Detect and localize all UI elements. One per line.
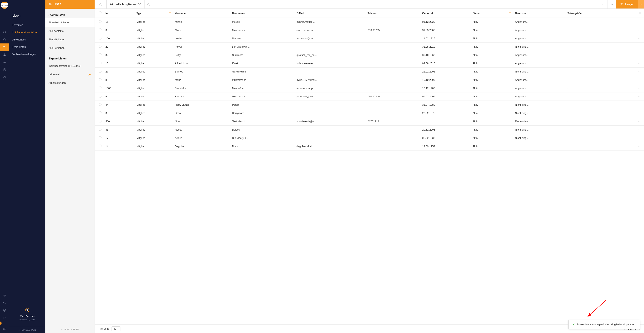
row-menu-button[interactable]: ⋯ (620, 126, 644, 134)
nav2-item[interactable]: keine mail((•)) (46, 70, 94, 79)
nav2-item[interactable]: Alle Personen (46, 44, 94, 52)
column-header[interactable]: Telefon (366, 9, 420, 18)
nav2-item[interactable]: Alle Kontakte (46, 27, 94, 35)
table-row[interactable]: 13MitgliedAlfred Jodo...Kwakbuhl.meinver… (95, 59, 644, 68)
more-button[interactable] (607, 0, 616, 9)
table-row[interactable]: 3MitgliedClaraMustermannclara.musterma..… (95, 26, 644, 34)
rail-dashboard-icon[interactable] (0, 29, 9, 36)
rail-members-icon[interactable] (0, 36, 9, 44)
table-row[interactable]: 32MitgliedBuffySummersquatsch_mit_so...-… (95, 51, 644, 59)
table-row[interactable]: 27MitgliedBarneyGeröllheimer--21.02.2006… (95, 68, 644, 76)
table-row[interactable]: 16MitgliedMinnieMouseminnie.mouse...-01.… (95, 18, 644, 26)
per-page-select[interactable]: 40 (112, 326, 120, 331)
table-row[interactable]: 29MitgliedFeivelder Mauswan...-31.05.201… (95, 43, 644, 51)
stats-button[interactable] (598, 0, 607, 9)
table-row[interactable]: 14MitgliedDagobertDuckdagobert.duck...-1… (95, 142, 644, 151)
row-menu-button[interactable]: ⋯ (620, 134, 644, 142)
select-all-radio[interactable] (99, 12, 102, 14)
row-menu-button[interactable]: ⋯ (620, 34, 644, 43)
rail-info-icon[interactable] (0, 306, 9, 314)
rail-finance-icon[interactable] (0, 59, 9, 66)
table-row[interactable]: 17MitgliedArielleDie Meerjun...--03.02.1… (95, 134, 644, 142)
row-menu-button[interactable]: ⋯ (620, 43, 644, 51)
table-row[interactable]: 500...MitgliedNoraTest Hieschnora.hiesch… (95, 117, 644, 126)
table-row[interactable]: 41MitgliedRockyBalboa--20.12.2006AktivNi… (95, 126, 644, 134)
nav2-collapse-button[interactable]: ‹‹ EINKLAPPEN (46, 326, 94, 333)
column-header[interactable]: Benutzer... (513, 9, 566, 18)
nav1-item[interactable]: Verbandsmeldungen (9, 51, 46, 58)
filter-icon[interactable]: ☰ (509, 12, 511, 15)
column-header[interactable]: Trikotgröße (566, 9, 620, 18)
row-select-radio[interactable] (99, 111, 102, 114)
filter-icon[interactable]: ☰ (168, 12, 171, 15)
nav2-item[interactable]: Arbeitsstunden (46, 79, 94, 87)
row-menu-button[interactable]: ⋯ (620, 109, 644, 117)
row-menu-button[interactable]: ⋯ (620, 142, 644, 151)
nav2-header[interactable]: LISTE (46, 0, 94, 9)
nav2-item[interactable]: Aktuelle Mitglieder (46, 18, 94, 27)
column-header[interactable]: Vorname (173, 9, 230, 18)
table-row[interactable]: 44MitgliedHarry JamesPotter-31.07.1980Ak… (95, 101, 644, 109)
row-select-radio[interactable] (99, 37, 102, 40)
row-select-radio[interactable] (99, 29, 102, 31)
row-select-radio[interactable] (99, 45, 102, 48)
search-main-button[interactable] (144, 0, 153, 9)
search-icon (147, 3, 150, 6)
row-menu-button[interactable]: ⋯ (620, 18, 644, 26)
row-select-radio[interactable] (99, 95, 102, 98)
column-header[interactable]: Nr. (104, 9, 135, 18)
row-select-radio[interactable] (99, 87, 102, 89)
rail-settings-icon[interactable] (0, 66, 9, 74)
row-select-radio[interactable] (99, 136, 102, 139)
row-menu-button[interactable]: ⋯ (620, 117, 644, 126)
rail-chat-icon[interactable] (0, 325, 9, 333)
table-row[interactable]: 39MitgliedDrewBarrymore-22.02.1975AktivN… (95, 109, 644, 117)
rail-logout-icon[interactable] (0, 314, 9, 321)
search-left-button[interactable] (95, 0, 106, 9)
nav2-item-label: Aktuelle Mitglieder (48, 21, 70, 24)
nav1-item[interactable]: Freie Listen (9, 44, 46, 51)
row-select-radio[interactable] (99, 62, 102, 64)
create-dropdown[interactable] (638, 0, 644, 9)
table-row[interactable]: 1003MitgliedFranziskaMusterfrauamockenha… (95, 84, 644, 92)
row-select-radio[interactable] (99, 53, 102, 56)
nav1-item[interactable]: Mitglieder & Kontakte (9, 29, 46, 36)
nav1-item[interactable]: Favoriten (9, 22, 46, 29)
rail-bell-icon[interactable] (0, 291, 9, 299)
column-header[interactable]: Typ☰ (135, 9, 173, 18)
table-row[interactable]: 100...MitgliedLeslieNielsenfschwartz@buh… (95, 34, 644, 43)
row-menu-button[interactable]: ⋯ (620, 59, 644, 68)
nav2-item[interactable]: Alle Mitglieder (46, 35, 94, 44)
column-header[interactable]: Geburtst... (420, 9, 471, 18)
table-container[interactable]: Nr.Typ☰VornameNachnameE-MailTelefonGebur… (95, 9, 644, 324)
table-row[interactable]: 8MitgliedMariaMustermanndww31177@zsl...-… (95, 76, 644, 84)
row-menu-button[interactable]: ⋯ (620, 68, 644, 76)
row-select-radio[interactable] (99, 70, 102, 73)
row-select-radio[interactable] (99, 78, 102, 81)
table-row[interactable]: 5MitgliedBarbaraMustermannproductiv@wo..… (95, 92, 644, 101)
rail-search-icon[interactable] (0, 299, 9, 306)
row-menu-button[interactable]: ⋯ (620, 76, 644, 84)
row-menu-button[interactable]: ⋯ (620, 101, 644, 109)
org-logo[interactable]: TESTVEREIN (1, 2, 8, 9)
nav2-item[interactable]: Weihnachtsfeier 15.12.2023 (46, 62, 94, 70)
rail-announce-icon[interactable] (0, 74, 9, 81)
column-header[interactable]: Nachname (230, 9, 294, 18)
nav1-item[interactable]: Abteilungen (9, 36, 46, 44)
nav1-collapse-button[interactable]: ‹‹ EINKLAPPEN (9, 327, 46, 333)
row-select-radio[interactable] (99, 20, 102, 23)
row-select-radio[interactable] (99, 145, 102, 147)
row-menu-button[interactable]: ⋯ (620, 51, 644, 59)
rail-structure-icon[interactable] (0, 51, 9, 59)
row-select-radio[interactable] (99, 103, 102, 106)
columns-config-icon[interactable]: ⦀ (640, 12, 640, 15)
column-header[interactable]: E-Mail (294, 9, 366, 18)
row-select-radio[interactable] (99, 120, 102, 122)
row-menu-button[interactable]: ⋯ (620, 84, 644, 92)
create-button[interactable]: Anlegen (616, 0, 638, 9)
row-menu-button[interactable]: ⋯ (620, 26, 644, 34)
row-select-radio[interactable] (99, 128, 102, 131)
row-menu-button[interactable]: ⋯ (620, 92, 644, 101)
column-header[interactable]: Status☰ (471, 9, 513, 18)
rail-lists-icon[interactable] (0, 44, 9, 51)
